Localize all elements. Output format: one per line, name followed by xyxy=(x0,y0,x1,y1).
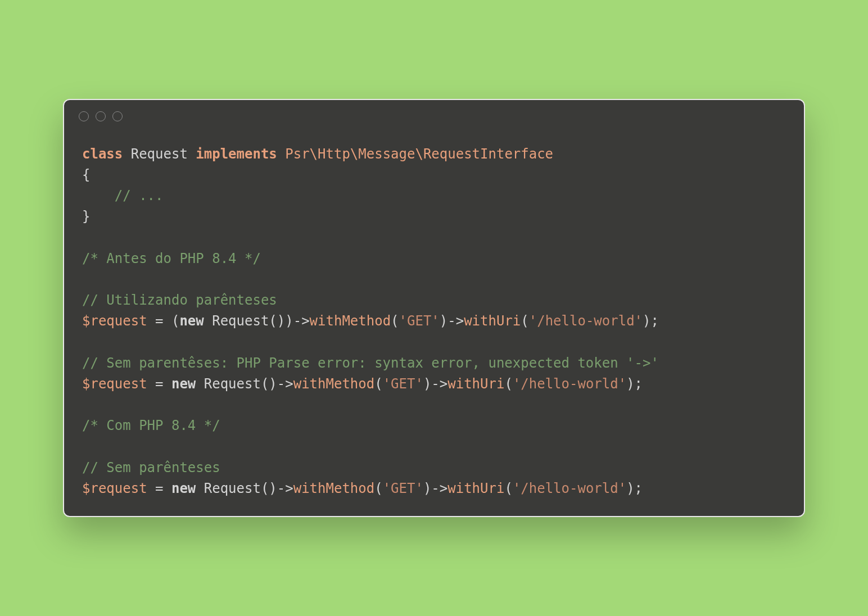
code-token-punct: ); xyxy=(643,313,659,329)
code-token-classname: Request xyxy=(196,376,261,392)
code-token-punct: ( xyxy=(521,313,528,329)
code-token-punct: ); xyxy=(626,481,643,496)
title-bar xyxy=(64,100,804,121)
code-token-operator: = ( xyxy=(147,313,180,329)
code-token-classname: Request xyxy=(204,313,269,329)
code-token-operator: = xyxy=(147,376,171,392)
code-token-comment: // Utilizando parênteses xyxy=(82,292,277,308)
code-content: class Request implements Psr\Http\Messag… xyxy=(64,121,804,516)
code-token-string: '/hello-world' xyxy=(513,481,626,496)
code-token-punct: ); xyxy=(626,376,643,392)
code-token-punct: )-> xyxy=(423,376,447,392)
code-token-variable: $request xyxy=(82,313,147,329)
code-token-punct: ())-> xyxy=(269,313,309,329)
code-token-variable: $request xyxy=(82,376,147,392)
code-token-operator: = xyxy=(147,481,171,496)
code-token-punct: ( xyxy=(374,481,382,496)
code-token-string: 'GET' xyxy=(383,481,423,496)
code-token-newkw: new xyxy=(171,481,196,496)
code-token-comment: // ... xyxy=(115,188,164,203)
code-token-newkw: new xyxy=(171,376,196,392)
code-token-punct: )-> xyxy=(440,313,464,329)
code-token-punct: ()-> xyxy=(261,376,293,392)
window-maximize-button[interactable] xyxy=(112,111,123,121)
code-token-comment: // Sem parênteses xyxy=(82,460,220,475)
code-token-punct: { xyxy=(82,167,115,203)
window-minimize-button[interactable] xyxy=(96,111,106,121)
code-token-string: 'GET' xyxy=(383,376,423,392)
code-token-keyword: class xyxy=(82,146,123,162)
code-token-punct: ( xyxy=(504,376,512,392)
code-token-punct: )-> xyxy=(423,481,447,496)
code-token-method: withMethod xyxy=(293,481,375,496)
code-token-newkw: new xyxy=(179,313,204,329)
code-token-string: 'GET' xyxy=(399,313,440,329)
code-token-keyword: implements xyxy=(196,146,277,162)
code-token-method: withMethod xyxy=(293,376,375,392)
code-window: class Request implements Psr\Http\Messag… xyxy=(63,99,805,517)
code-token-punct: ( xyxy=(391,313,399,329)
code-token-method: withMethod xyxy=(310,313,391,329)
code-token-method: withUri xyxy=(464,313,521,329)
code-token-string: '/hello-world' xyxy=(513,376,626,392)
code-token-type: Psr\Http\Message\RequestInterface xyxy=(277,146,553,162)
code-token-punct: ( xyxy=(374,376,382,392)
code-token-variable: $request xyxy=(82,481,147,496)
code-token-punct: ( xyxy=(504,481,512,496)
code-token-string: '/hello-world' xyxy=(529,313,643,329)
code-token-comment: /* Antes do PHP 8.4 */ xyxy=(82,251,261,266)
code-token-comment: // Sem parentêses: PHP Parse error: synt… xyxy=(82,355,659,371)
code-token-classname: Request xyxy=(196,481,261,496)
code-token-punct: ()-> xyxy=(261,481,293,496)
code-token-classname: Request xyxy=(123,146,196,162)
window-close-button[interactable] xyxy=(79,111,89,121)
code-token-punct: } xyxy=(82,209,90,224)
code-token-comment: /* Com PHP 8.4 */ xyxy=(82,418,220,433)
code-token-method: withUri xyxy=(447,376,504,392)
code-token-method: withUri xyxy=(447,481,504,496)
